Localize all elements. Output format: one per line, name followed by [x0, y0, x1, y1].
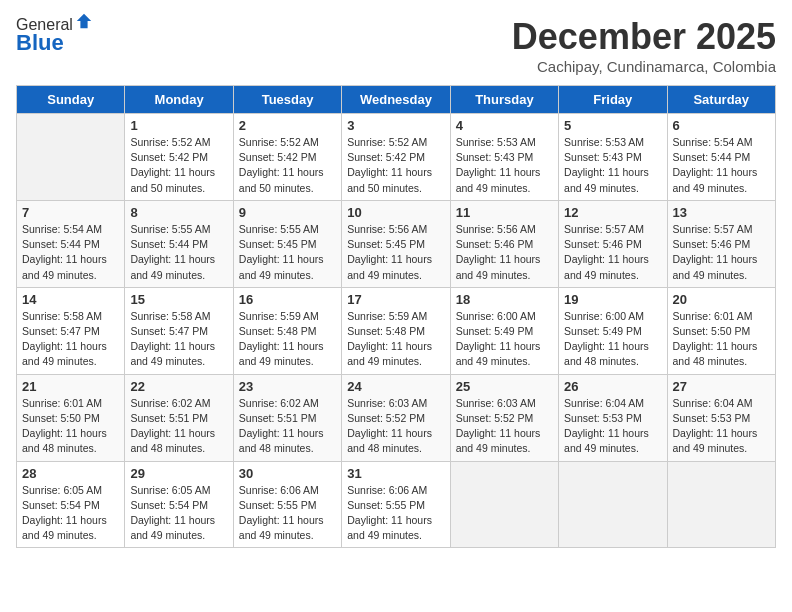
day-number: 18: [456, 292, 553, 307]
day-number: 3: [347, 118, 444, 133]
day-number: 21: [22, 379, 119, 394]
calendar-cell: 10Sunrise: 5:56 AM Sunset: 5:45 PM Dayli…: [342, 200, 450, 287]
day-number: 5: [564, 118, 661, 133]
day-info: Sunrise: 5:52 AM Sunset: 5:42 PM Dayligh…: [130, 135, 227, 196]
calendar-cell: 19Sunrise: 6:00 AM Sunset: 5:49 PM Dayli…: [559, 287, 667, 374]
day-info: Sunrise: 5:54 AM Sunset: 5:44 PM Dayligh…: [673, 135, 770, 196]
day-info: Sunrise: 5:54 AM Sunset: 5:44 PM Dayligh…: [22, 222, 119, 283]
calendar-week-row: 28Sunrise: 6:05 AM Sunset: 5:54 PM Dayli…: [17, 461, 776, 548]
day-number: 19: [564, 292, 661, 307]
calendar-cell: 1Sunrise: 5:52 AM Sunset: 5:42 PM Daylig…: [125, 114, 233, 201]
calendar-cell: 23Sunrise: 6:02 AM Sunset: 5:51 PM Dayli…: [233, 374, 341, 461]
month-title: December 2025: [512, 16, 776, 58]
calendar-week-row: 21Sunrise: 6:01 AM Sunset: 5:50 PM Dayli…: [17, 374, 776, 461]
day-number: 6: [673, 118, 770, 133]
calendar-cell: 31Sunrise: 6:06 AM Sunset: 5:55 PM Dayli…: [342, 461, 450, 548]
weekday-header: Thursday: [450, 86, 558, 114]
header: General Blue December 2025 Cachipay, Cun…: [16, 16, 776, 75]
svg-marker-0: [77, 14, 91, 28]
calendar-cell: 26Sunrise: 6:04 AM Sunset: 5:53 PM Dayli…: [559, 374, 667, 461]
calendar-week-row: 7Sunrise: 5:54 AM Sunset: 5:44 PM Daylig…: [17, 200, 776, 287]
calendar-cell: 24Sunrise: 6:03 AM Sunset: 5:52 PM Dayli…: [342, 374, 450, 461]
day-info: Sunrise: 5:53 AM Sunset: 5:43 PM Dayligh…: [456, 135, 553, 196]
logo-icon: [75, 12, 93, 30]
calendar-cell: 18Sunrise: 6:00 AM Sunset: 5:49 PM Dayli…: [450, 287, 558, 374]
day-number: 22: [130, 379, 227, 394]
day-number: 28: [22, 466, 119, 481]
weekday-header: Wednesday: [342, 86, 450, 114]
calendar-cell: 15Sunrise: 5:58 AM Sunset: 5:47 PM Dayli…: [125, 287, 233, 374]
weekday-header: Sunday: [17, 86, 125, 114]
day-number: 20: [673, 292, 770, 307]
title-area: December 2025 Cachipay, Cundinamarca, Co…: [512, 16, 776, 75]
weekday-header: Tuesday: [233, 86, 341, 114]
day-info: Sunrise: 6:00 AM Sunset: 5:49 PM Dayligh…: [456, 309, 553, 370]
day-number: 14: [22, 292, 119, 307]
day-number: 8: [130, 205, 227, 220]
day-number: 1: [130, 118, 227, 133]
day-number: 16: [239, 292, 336, 307]
day-number: 12: [564, 205, 661, 220]
calendar-cell: 30Sunrise: 6:06 AM Sunset: 5:55 PM Dayli…: [233, 461, 341, 548]
day-number: 15: [130, 292, 227, 307]
day-info: Sunrise: 5:53 AM Sunset: 5:43 PM Dayligh…: [564, 135, 661, 196]
day-info: Sunrise: 5:52 AM Sunset: 5:42 PM Dayligh…: [347, 135, 444, 196]
weekday-header: Saturday: [667, 86, 775, 114]
day-info: Sunrise: 5:52 AM Sunset: 5:42 PM Dayligh…: [239, 135, 336, 196]
day-number: 13: [673, 205, 770, 220]
day-number: 26: [564, 379, 661, 394]
weekday-header-row: SundayMondayTuesdayWednesdayThursdayFrid…: [17, 86, 776, 114]
day-info: Sunrise: 6:05 AM Sunset: 5:54 PM Dayligh…: [130, 483, 227, 544]
calendar-cell: 9Sunrise: 5:55 AM Sunset: 5:45 PM Daylig…: [233, 200, 341, 287]
calendar-cell: [17, 114, 125, 201]
day-number: 31: [347, 466, 444, 481]
day-info: Sunrise: 5:57 AM Sunset: 5:46 PM Dayligh…: [673, 222, 770, 283]
calendar-cell: 2Sunrise: 5:52 AM Sunset: 5:42 PM Daylig…: [233, 114, 341, 201]
calendar-cell: 27Sunrise: 6:04 AM Sunset: 5:53 PM Dayli…: [667, 374, 775, 461]
calendar-cell: 17Sunrise: 5:59 AM Sunset: 5:48 PM Dayli…: [342, 287, 450, 374]
calendar: SundayMondayTuesdayWednesdayThursdayFrid…: [16, 85, 776, 548]
day-number: 2: [239, 118, 336, 133]
day-info: Sunrise: 6:02 AM Sunset: 5:51 PM Dayligh…: [130, 396, 227, 457]
calendar-cell: 6Sunrise: 5:54 AM Sunset: 5:44 PM Daylig…: [667, 114, 775, 201]
weekday-header: Monday: [125, 86, 233, 114]
calendar-cell: 25Sunrise: 6:03 AM Sunset: 5:52 PM Dayli…: [450, 374, 558, 461]
day-number: 9: [239, 205, 336, 220]
day-info: Sunrise: 5:56 AM Sunset: 5:46 PM Dayligh…: [456, 222, 553, 283]
day-number: 17: [347, 292, 444, 307]
day-number: 10: [347, 205, 444, 220]
calendar-cell: 16Sunrise: 5:59 AM Sunset: 5:48 PM Dayli…: [233, 287, 341, 374]
day-number: 11: [456, 205, 553, 220]
calendar-week-row: 1Sunrise: 5:52 AM Sunset: 5:42 PM Daylig…: [17, 114, 776, 201]
day-number: 23: [239, 379, 336, 394]
day-info: Sunrise: 6:06 AM Sunset: 5:55 PM Dayligh…: [347, 483, 444, 544]
calendar-cell: 5Sunrise: 5:53 AM Sunset: 5:43 PM Daylig…: [559, 114, 667, 201]
day-info: Sunrise: 5:58 AM Sunset: 5:47 PM Dayligh…: [130, 309, 227, 370]
location-title: Cachipay, Cundinamarca, Colombia: [512, 58, 776, 75]
weekday-header: Friday: [559, 86, 667, 114]
day-info: Sunrise: 6:03 AM Sunset: 5:52 PM Dayligh…: [347, 396, 444, 457]
day-number: 30: [239, 466, 336, 481]
day-info: Sunrise: 5:59 AM Sunset: 5:48 PM Dayligh…: [239, 309, 336, 370]
calendar-cell: [667, 461, 775, 548]
day-info: Sunrise: 5:57 AM Sunset: 5:46 PM Dayligh…: [564, 222, 661, 283]
day-info: Sunrise: 5:55 AM Sunset: 5:45 PM Dayligh…: [239, 222, 336, 283]
day-info: Sunrise: 6:06 AM Sunset: 5:55 PM Dayligh…: [239, 483, 336, 544]
calendar-cell: 13Sunrise: 5:57 AM Sunset: 5:46 PM Dayli…: [667, 200, 775, 287]
day-info: Sunrise: 5:59 AM Sunset: 5:48 PM Dayligh…: [347, 309, 444, 370]
calendar-cell: 11Sunrise: 5:56 AM Sunset: 5:46 PM Dayli…: [450, 200, 558, 287]
day-number: 24: [347, 379, 444, 394]
calendar-cell: 21Sunrise: 6:01 AM Sunset: 5:50 PM Dayli…: [17, 374, 125, 461]
day-info: Sunrise: 6:00 AM Sunset: 5:49 PM Dayligh…: [564, 309, 661, 370]
day-number: 29: [130, 466, 227, 481]
day-info: Sunrise: 5:55 AM Sunset: 5:44 PM Dayligh…: [130, 222, 227, 283]
day-number: 27: [673, 379, 770, 394]
calendar-cell: 4Sunrise: 5:53 AM Sunset: 5:43 PM Daylig…: [450, 114, 558, 201]
calendar-cell: 20Sunrise: 6:01 AM Sunset: 5:50 PM Dayli…: [667, 287, 775, 374]
logo-blue: Blue: [16, 30, 93, 56]
calendar-cell: 3Sunrise: 5:52 AM Sunset: 5:42 PM Daylig…: [342, 114, 450, 201]
calendar-cell: 22Sunrise: 6:02 AM Sunset: 5:51 PM Dayli…: [125, 374, 233, 461]
day-info: Sunrise: 5:58 AM Sunset: 5:47 PM Dayligh…: [22, 309, 119, 370]
calendar-cell: 29Sunrise: 6:05 AM Sunset: 5:54 PM Dayli…: [125, 461, 233, 548]
day-info: Sunrise: 6:04 AM Sunset: 5:53 PM Dayligh…: [564, 396, 661, 457]
